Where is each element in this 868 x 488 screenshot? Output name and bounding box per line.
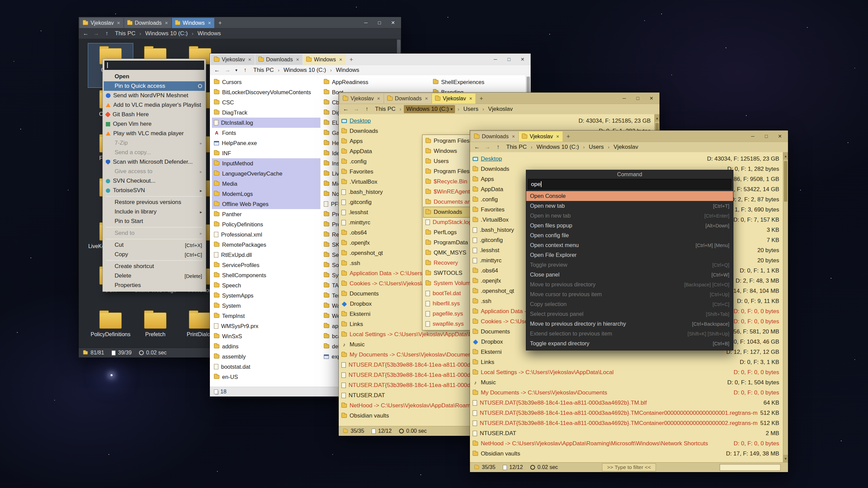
tab-downloads[interactable]: Downloads✕ <box>255 55 302 65</box>
tab-close-icon[interactable]: ✕ <box>296 57 299 62</box>
tab-windows[interactable]: Windows✕ <box>172 18 214 28</box>
file-row-desktop[interactable]: DesktopD: 43034, F: 125185, 23 GB <box>339 116 659 126</box>
up-button[interactable]: ↑ <box>363 106 371 113</box>
breadcrumb-windows[interactable]: Windows <box>334 66 360 74</box>
menu-item-play-with-vlc-media-player[interactable]: Play with VLC media player <box>104 129 205 138</box>
tab-close-icon[interactable]: ✕ <box>208 21 211 25</box>
command-item-copy-selection[interactable]: Copy selection[Ctrl+C] <box>526 299 733 309</box>
minimize-button[interactable]: ─ <box>617 94 631 102</box>
new-tab-button[interactable]: + <box>346 55 357 65</box>
tab-close-icon[interactable]: ✕ <box>377 96 380 101</box>
file-row-bitlockerdiscoveryvolumecontents[interactable]: BitLockerDiscoveryVolumeContents <box>212 87 320 97</box>
command-item-move-to-previous-directory[interactable]: Move to previous directory[Backspace] [C… <box>526 280 733 289</box>
file-row-inputmethod[interactable]: InputMethod <box>212 158 320 168</box>
menu-item-git-bash-here[interactable]: Git Bash Here <box>104 110 205 119</box>
menu-item-open[interactable]: Open <box>104 72 205 81</box>
file-row-modemlogs[interactable]: ModemLogs <box>212 189 320 199</box>
tab-close-icon[interactable]: ✕ <box>512 134 515 139</box>
scroll-up-icon[interactable]: ▲ <box>783 152 788 160</box>
maximize-button[interactable]: □ <box>631 94 645 102</box>
command-item-select-previous-panel[interactable]: Select previous panel[Shift+Tab] <box>526 309 733 319</box>
file-row-system[interactable]: System <box>212 301 320 311</box>
forward-button[interactable]: → <box>224 67 231 74</box>
menu-item-7-zip[interactable]: 7-Zip▸ <box>104 138 205 148</box>
up-button[interactable]: ↑ <box>494 144 502 150</box>
title-bar[interactable]: Vjekoslav✕Downloads✕Windows✕+ ─ □ ✕ <box>79 17 401 28</box>
menu-item-restore-previous-versions[interactable]: Restore previous versions <box>104 198 205 207</box>
tab-close-icon[interactable]: ✕ <box>339 57 342 62</box>
tab-close-icon[interactable]: ✕ <box>165 21 168 25</box>
new-tab-button[interactable]: + <box>215 18 225 28</box>
menu-item-tortoisesvn[interactable]: TortoiseSVN▸ <box>104 186 205 195</box>
file-row-wmsyspr9-prx[interactable]: WMSysPr9.prx <box>212 321 320 331</box>
command-item-toggle-preview[interactable]: Toggle preview[Ctrl+Q] <box>526 260 733 270</box>
tab-close-icon[interactable]: ✕ <box>556 134 559 139</box>
file-row-ntuser-dat-53b39e88-18c4-11ea-a811-000d3aa4692b-tmcontainer00000000000000000002-regtrans-ms[interactable]: NTUSER.DAT{53b39e88-18c4-11ea-a811-000d3… <box>470 418 788 428</box>
menu-item-svn-checkout[interactable]: SVN Checkout... <box>104 176 205 186</box>
file-row-shellcomponents[interactable]: ShellComponents <box>212 270 320 280</box>
new-tab-button[interactable]: + <box>476 94 487 104</box>
file-row-ntuser-dat-53b39e88-18c4-11ea-a811-000d3aa4692b-tmcontainer00000000000000000001-regtrans-ms[interactable]: NTUSER.DAT{53b39e88-18c4-11ea-a811-000d3… <box>470 408 788 418</box>
tab-vjekoslav[interactable]: Vjekoslav✕ <box>432 94 476 104</box>
file-row-bootstat-dat[interactable]: bootstat.dat <box>212 362 320 372</box>
command-item-open-context-menu[interactable]: Open context menu[Ctrl+M] [Menu] <box>526 240 733 250</box>
tab-vjekoslav[interactable]: Vjekoslav✕ <box>519 131 563 142</box>
minimize-button[interactable]: ─ <box>359 19 373 27</box>
tab-close-icon[interactable]: ✕ <box>117 21 120 25</box>
menu-item-properties[interactable]: Properties <box>104 281 205 290</box>
menu-item-scan-with-microsoft-defender[interactable]: Scan with Microsoft Defender... <box>104 157 205 167</box>
file-row-cursors[interactable]: Cursors <box>212 77 320 87</box>
file-row-shellexperiences[interactable]: ShellExperiences <box>431 77 529 87</box>
file-row-en-us[interactable]: en-US <box>212 372 320 382</box>
breadcrumb-this-pc[interactable]: This PC <box>252 66 275 74</box>
breadcrumb-this-pc[interactable]: This PC <box>114 30 137 37</box>
title-bar[interactable]: Vjekoslav✕Downloads✕Windows✕+ ─ □ ✕ <box>210 54 531 65</box>
maximize-button[interactable]: □ <box>760 132 773 140</box>
breadcrumb-users[interactable]: Users <box>587 143 605 151</box>
menu-item-add-to-vlc-media-player-s-playlist[interactable]: Add to VLC media player's Playlist <box>104 100 205 110</box>
menu-item-send-a-copy[interactable]: Send a copy... <box>104 148 205 157</box>
file-row-ntuser-dat-53b39e88-18c4-11ea-a811-000d3aa4692b-tm-blf[interactable]: NTUSER.DAT{53b39e88-18c4-11ea-a811-000d3… <box>470 398 788 408</box>
file-row-rtlexupd-dll[interactable]: RtlExUpd.dll <box>212 250 320 260</box>
back-button[interactable]: ← <box>213 67 221 74</box>
command-item-toggle-expand-directory[interactable]: Toggle expand directory[Ctrl+B] <box>526 339 733 348</box>
breadcrumb-windows[interactable]: Windows <box>196 30 222 37</box>
menu-item-delete[interactable]: Delete[Delete] <box>104 271 205 281</box>
rename-input[interactable] <box>104 61 204 70</box>
file-row-languageoverlaycache[interactable]: LanguageOverlayCache <box>212 168 320 179</box>
menu-item-cut[interactable]: Cut[Ctrl+X] <box>104 240 205 250</box>
file-row-links[interactable]: LinksD: 0, F: 3, 1 KB <box>470 357 788 367</box>
close-button[interactable]: ✕ <box>645 94 658 102</box>
file-row-remotepackages[interactable]: RemotePackages <box>212 240 320 250</box>
file-row-media[interactable]: Media <box>212 179 320 189</box>
file-row-offline-web-pages[interactable]: Offline Web Pages <box>212 199 320 209</box>
menu-item-send-to[interactable]: Send to▸ <box>104 228 205 238</box>
title-bar[interactable]: Vjekoslav✕Downloads✕Vjekoslav✕+ ─ □ ✕ <box>339 93 659 104</box>
breadcrumb-users[interactable]: Users <box>462 105 479 113</box>
command-item-move-cursor-to-previous-item[interactable]: Move cursor to previous item[Ctrl+Up] <box>526 289 733 299</box>
back-button[interactable]: ← <box>473 144 481 150</box>
file-row-my[interactable]: My Documents -> C:\Users\Vjekoslav\Docum… <box>470 388 788 398</box>
scroll-down-icon[interactable]: ▼ <box>783 455 788 462</box>
forward-button[interactable]: → <box>484 144 491 150</box>
maximize-button[interactable]: □ <box>373 19 386 27</box>
close-button[interactable]: ✕ <box>386 19 400 27</box>
file-row-fonts[interactable]: AFonts <box>212 128 320 138</box>
command-item-move-to-previous-directory-in-hierarchy[interactable]: Move to previous directory in hierarchy[… <box>526 319 733 329</box>
file-row-music[interactable]: ♪MusicD: 0, F: 1, 504 bytes <box>470 378 788 388</box>
file-row-tempinst[interactable]: TempInst <box>212 311 320 321</box>
desktop-folder-prefetch[interactable]: Prefetch <box>133 308 178 348</box>
breadcrumb-vjekoslav[interactable]: Vjekoslav <box>487 105 514 113</box>
menu-item-pin-to-quick-access[interactable]: Pin to Quick access <box>104 81 205 91</box>
close-button[interactable]: ✕ <box>773 132 787 140</box>
command-item-open-new-tab[interactable]: Open new tab[Ctrl+T] <box>526 201 733 211</box>
maximize-button[interactable]: □ <box>502 55 516 63</box>
file-row-desktop[interactable]: DesktopD: 43034, F: 125185, 23 GB <box>470 154 788 164</box>
forward-button[interactable]: → <box>93 30 100 37</box>
tab-close-icon[interactable]: ✕ <box>469 96 472 101</box>
breadcrumb-this-pc[interactable]: This PC <box>374 105 397 113</box>
file-row-dtcinstall-log[interactable]: DtcInstall.log <box>212 118 320 128</box>
file-row-csc[interactable]: CSC <box>212 97 320 107</box>
command-item-open-console[interactable]: Open Console <box>526 191 733 201</box>
breadcrumb-windows-10-c[interactable]: Windows 10 (C:) <box>535 143 580 151</box>
